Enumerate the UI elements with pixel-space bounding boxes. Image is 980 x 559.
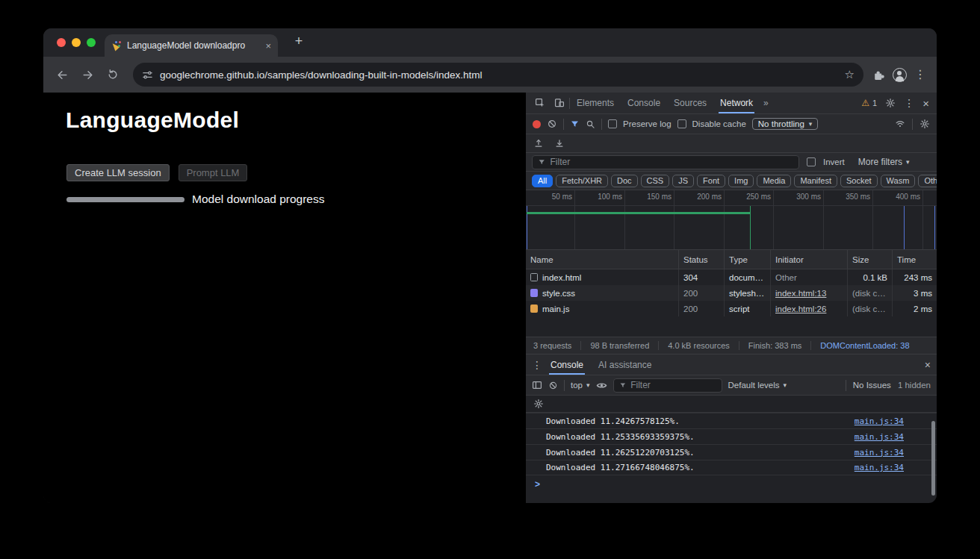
console-prompt[interactable]: > [526,475,937,493]
tab-sources[interactable]: Sources [667,93,713,113]
url-input[interactable] [160,69,838,81]
devtools-scrollbar-thumb[interactable] [931,421,935,496]
more-tabs-icon[interactable]: » [760,98,772,108]
device-toolbar-button[interactable] [550,93,569,113]
create-llm-session-button[interactable]: Create LLM session [66,164,170,181]
console-filter-field[interactable] [613,378,722,393]
waterfall-bar-index-html [527,212,751,214]
inspect-element-button[interactable] [530,93,550,113]
chip-fetch-xhr[interactable]: Fetch/XHR [556,175,608,187]
new-tab-button[interactable]: + [290,34,308,49]
prompt-llm-button[interactable]: Prompt LLM [179,164,248,181]
console-source-link[interactable]: main.js:34 [855,432,904,442]
chip-css[interactable]: CSS [641,175,670,187]
chevron-down-icon: ▾ [586,381,590,389]
console-source-link[interactable]: main.js:34 [855,448,904,457]
funnel-icon [538,158,545,166]
browser-toolbar: ☆ ⋮ [43,57,937,93]
tab-elements[interactable]: Elements [570,93,621,113]
tab-network[interactable]: Network [713,93,760,113]
chip-img[interactable]: Img [728,175,754,187]
issues-counter[interactable]: ⚠ 1 [861,98,877,108]
preserve-log-checkbox[interactable] [608,119,617,128]
preserve-log-label[interactable]: Preserve log [623,119,672,128]
network-overview-timeline[interactable]: 50 ms 100 ms 150 ms 200 ms 250 ms 300 ms… [526,190,937,250]
zoom-window-button[interactable] [87,38,96,47]
browser-tab[interactable]: LanguageModel downloadpro × [105,34,278,57]
disable-cache-checkbox[interactable] [677,119,686,128]
export-har-icon[interactable] [533,138,544,149]
omnibox[interactable]: ☆ [133,63,863,87]
hidden-messages-label[interactable]: 1 hidden [898,381,931,390]
invert-label[interactable]: Invert [823,157,845,166]
tab-console[interactable]: Console [621,93,667,113]
profile-avatar[interactable] [893,68,907,82]
javascript-context-select[interactable]: top ▾ [571,381,590,390]
network-settings-gear-icon[interactable] [919,119,930,129]
chip-font[interactable]: Font [697,175,725,187]
drawer-tab-ai-assistance[interactable]: AI assistance [592,355,658,375]
column-status[interactable]: Status [679,250,725,269]
tab-close-icon[interactable]: × [265,41,271,51]
inspect-cursor-icon [535,98,545,108]
devtools-settings-gear-icon[interactable] [885,98,896,108]
request-time: 243 ms [893,269,937,285]
back-button[interactable] [51,63,73,86]
invert-checkbox[interactable] [807,157,816,166]
table-row[interactable]: index.html 304 docum… Other 0.1 kB 243 m… [526,269,937,285]
column-size[interactable]: Size [848,250,893,269]
devtools-close-icon[interactable]: × [922,98,929,109]
table-row[interactable]: main.js 200 script index.html:26 (disk c… [526,301,937,316]
console-sidebar-icon[interactable] [532,380,542,390]
console-filter-input[interactable] [630,380,716,390]
chip-wasm[interactable]: Wasm [881,175,916,187]
column-type[interactable]: Type [725,250,771,269]
bookmark-star-icon[interactable]: ☆ [845,68,855,81]
table-row[interactable]: style.css 200 stylesh… index.html:13 (di… [526,285,937,301]
console-message-text: Downloaded 11.26251220703125%. [546,448,695,457]
initiator-link[interactable]: index.html:13 [775,289,826,298]
extensions-icon[interactable] [872,69,885,81]
site-settings-icon[interactable] [142,69,153,81]
chip-manifest[interactable]: Manifest [794,175,837,187]
reload-button[interactable] [102,63,124,86]
chip-doc[interactable]: Doc [611,175,638,187]
initiator-link[interactable]: index.html:26 [775,305,826,313]
network-filter-input[interactable] [550,157,793,167]
console-message: Downloaded 11.24267578125%. main.js:34 [526,413,937,428]
console-source-link[interactable]: main.js:34 [855,416,904,426]
chip-media[interactable]: Media [757,175,791,187]
clear-network-log-icon[interactable] [547,119,557,129]
network-conditions-icon[interactable] [895,119,905,129]
drawer-close-icon[interactable]: × [925,360,931,370]
devtools-menu-icon[interactable]: ⋮ [904,98,914,108]
more-filters-dropdown[interactable]: More filters ▾ [858,157,910,167]
minimize-window-button[interactable] [72,38,81,47]
search-icon[interactable] [586,119,595,129]
record-network-log-button[interactable] [533,120,541,128]
throttling-select[interactable]: No throttling ▾ [752,118,819,130]
close-window-button[interactable] [57,38,66,47]
drawer-tab-console[interactable]: Console [544,355,590,375]
column-name[interactable]: Name [526,250,679,269]
console-source-link[interactable]: main.js:34 [855,463,904,472]
clear-console-icon[interactable] [548,381,558,390]
console-settings-gear-icon[interactable] [533,399,544,409]
chip-socket[interactable]: Socket [840,175,878,187]
chip-all[interactable]: All [532,175,553,187]
forward-button[interactable] [76,63,99,86]
network-filter-field[interactable] [532,155,799,169]
column-initiator[interactable]: Initiator [771,250,848,269]
filter-toggle-icon[interactable] [570,119,580,129]
browser-menu-icon[interactable]: ⋮ [914,69,926,81]
no-issues-label[interactable]: No Issues [853,381,891,390]
import-har-icon[interactable] [554,138,565,149]
disable-cache-label[interactable]: Disable cache [692,119,746,128]
tab-title: LanguageModel downloadpro [127,40,260,51]
chip-js[interactable]: JS [672,175,694,187]
drawer-menu-icon[interactable]: ⋮ [532,360,542,370]
chip-other[interactable]: Other [918,175,937,187]
column-time[interactable]: Time [893,250,937,269]
log-levels-select[interactable]: Default levels ▾ [728,381,787,390]
live-expression-eye-icon[interactable] [596,380,607,391]
